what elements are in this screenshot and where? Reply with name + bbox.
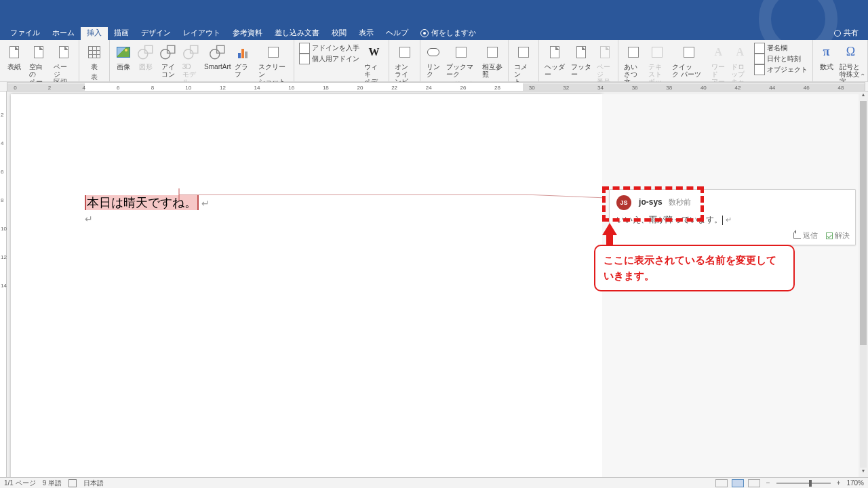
document-page: 本日は晴天ですね。↵ ↵ bbox=[11, 94, 602, 477]
status-word-count[interactable]: 9 単語 bbox=[43, 479, 62, 488]
cover-page-button-icon bbox=[5, 43, 24, 62]
scrollbar-thumb[interactable] bbox=[860, 101, 867, 345]
web-layout-button[interactable] bbox=[748, 479, 760, 487]
tab-校閲[interactable]: 校閲 bbox=[326, 26, 353, 40]
quick-parts-button[interactable]: クイック パーツ bbox=[669, 41, 709, 79]
link-button[interactable]: リンク bbox=[423, 41, 443, 79]
bookmark-button[interactable]: ブックマーク bbox=[443, 41, 479, 79]
wordart-button-icon: A bbox=[709, 43, 728, 62]
shapes-button-icon bbox=[136, 43, 155, 62]
horizontal-ruler[interactable]: 0246810121416182022242628303234363840424… bbox=[0, 82, 868, 92]
tab-表示[interactable]: 表示 bbox=[353, 26, 380, 40]
symbol-button-icon: Ω bbox=[842, 43, 861, 62]
my-addins-button[interactable]: 個人用アドイン bbox=[299, 54, 359, 64]
chart-button[interactable]: グラフ bbox=[232, 41, 256, 79]
ribbon-group-アドイン: アドインを入手個人用アドインWウィキペディアアドイン bbox=[294, 40, 389, 81]
tab-レイアウト[interactable]: レイアウト bbox=[177, 26, 226, 40]
lightbulb-icon bbox=[420, 29, 429, 37]
screenshot-button[interactable]: スクリーンショット bbox=[256, 41, 291, 87]
ribbon-label: グラフ bbox=[235, 63, 253, 78]
bookmark-button-icon bbox=[452, 43, 471, 62]
svg-rect-1 bbox=[145, 45, 153, 53]
print-layout-button[interactable] bbox=[732, 479, 744, 487]
smartart-button-icon bbox=[208, 43, 227, 62]
tab-ファイル[interactable]: ファイル bbox=[4, 26, 46, 40]
date-time-button[interactable]: 日付と時刻 bbox=[754, 54, 808, 64]
footer-button[interactable]: フッター bbox=[568, 41, 595, 79]
ribbon-label: リンク bbox=[427, 63, 440, 78]
vertical-scrollbar[interactable]: ▴ ▾ bbox=[859, 92, 868, 477]
ribbon-label: クイック パーツ bbox=[672, 63, 706, 78]
ribbon-group-ヘッダーとフッター: ヘッダーフッターページ番号ヘッダーとフッター bbox=[539, 40, 618, 81]
table-button[interactable]: 表 bbox=[82, 41, 106, 72]
object-button-icon bbox=[754, 64, 765, 75]
paragraph-mark-icon: ↵ bbox=[726, 216, 732, 224]
proofing-icon[interactable] bbox=[68, 479, 77, 487]
collapse-ribbon-button[interactable]: ⌃ bbox=[860, 73, 865, 80]
footer-button-icon bbox=[572, 43, 591, 62]
scroll-down-button[interactable]: ▾ bbox=[859, 468, 868, 477]
cross-reference-button[interactable]: 相互参照 bbox=[479, 41, 505, 79]
zoom-in-button[interactable]: + bbox=[835, 479, 843, 487]
zoom-out-button[interactable]: − bbox=[764, 479, 772, 487]
reply-icon bbox=[793, 232, 801, 239]
read-mode-button[interactable] bbox=[715, 479, 728, 487]
comment-username: jo-sys bbox=[639, 197, 663, 207]
greeting-button[interactable]: あいさつ文 bbox=[621, 41, 645, 87]
page-break-button-icon bbox=[54, 43, 73, 62]
svg-line-9 bbox=[525, 195, 606, 198]
status-bar: 1/1 ページ 9 単語 日本語 − + 170% bbox=[0, 477, 868, 488]
tab-デザイン[interactable]: デザイン bbox=[135, 26, 177, 40]
status-page[interactable]: 1/1 ページ bbox=[4, 479, 36, 488]
svg-rect-5 bbox=[191, 45, 198, 53]
online-video-button-icon bbox=[395, 43, 414, 62]
date-time-button-icon bbox=[754, 54, 765, 64]
reply-button[interactable]: 返信 bbox=[793, 230, 818, 241]
comment-timestamp: 数秒前 bbox=[669, 198, 691, 206]
3d-models-button-icon bbox=[182, 43, 201, 62]
svg-rect-3 bbox=[167, 45, 175, 53]
comment-body[interactable]: いいえ、雨が降っています。↵ bbox=[616, 214, 848, 226]
tab-差し込み文書[interactable]: 差し込み文書 bbox=[269, 26, 326, 40]
ribbon-label: ヘッダー bbox=[545, 63, 566, 78]
svg-point-4 bbox=[184, 49, 193, 59]
smartart-button[interactable]: SmartArt bbox=[203, 41, 232, 72]
zoom-slider[interactable] bbox=[776, 483, 831, 484]
tab-参考資料[interactable]: 参考資料 bbox=[226, 26, 269, 40]
tab-描画[interactable]: 描画 bbox=[108, 26, 135, 40]
comment-button[interactable]: コメント bbox=[511, 41, 536, 87]
scroll-up-button[interactable]: ▴ bbox=[859, 92, 868, 101]
ribbon-label: 相互参照 bbox=[482, 63, 502, 78]
zoom-level[interactable]: 170% bbox=[846, 479, 864, 487]
status-language[interactable]: 日本語 bbox=[83, 479, 104, 488]
ribbon-label: フッター bbox=[571, 63, 592, 78]
cover-page-button[interactable]: 表紙 bbox=[3, 41, 26, 72]
zoom-slider-handle[interactable] bbox=[809, 480, 812, 487]
comment-card[interactable]: JS jo-sys 数秒前 いいえ、雨が降っています。↵ 返信 解決 bbox=[609, 189, 856, 245]
pictures-button[interactable]: 画像 bbox=[113, 41, 135, 72]
tab-ヘルプ[interactable]: ヘルプ bbox=[380, 26, 414, 40]
object-button[interactable]: オブジェクト bbox=[754, 64, 808, 75]
comment-avatar: JS bbox=[616, 195, 631, 210]
svg-rect-7 bbox=[216, 45, 224, 53]
ribbon-group-テキスト: あいさつ文テキストボックスクイック パーツAワードアートAドロップキャップ署名欄… bbox=[618, 40, 813, 81]
3d-models-button: 3Dモデル bbox=[180, 41, 203, 87]
get-addins-button[interactable]: アドインを入手 bbox=[299, 43, 359, 53]
ribbon-label: 画像 bbox=[117, 63, 130, 70]
equation-button[interactable]: π数式 bbox=[816, 41, 837, 72]
ribbon-tabs: ファイルホーム挿入描画デザインレイアウト参考資料差し込み文書校閲表示ヘルプ何をし… bbox=[0, 27, 868, 40]
tab-挿入[interactable]: 挿入 bbox=[81, 26, 108, 40]
tell-me-search[interactable]: 何をしますか bbox=[414, 26, 482, 40]
ribbon-group-図: 画像図形アイコン3DモデルSmartArtグラフスクリーンショット図 bbox=[110, 40, 294, 81]
header-button[interactable]: ヘッダー bbox=[542, 41, 568, 79]
tab-ホーム[interactable]: ホーム bbox=[46, 26, 81, 40]
signature-line-button[interactable]: 署名欄 bbox=[754, 43, 808, 53]
vertical-ruler[interactable]: 2468101214 bbox=[0, 92, 7, 477]
resolve-button[interactable]: 解決 bbox=[826, 230, 850, 241]
page-number-button: ページ番号 bbox=[594, 41, 615, 87]
shapes-button: 図形 bbox=[135, 41, 157, 72]
my-addins-button-icon bbox=[299, 54, 310, 64]
comment-connector bbox=[179, 188, 613, 205]
chart-button-icon bbox=[235, 43, 254, 62]
icons-button[interactable]: アイコン bbox=[157, 41, 180, 79]
